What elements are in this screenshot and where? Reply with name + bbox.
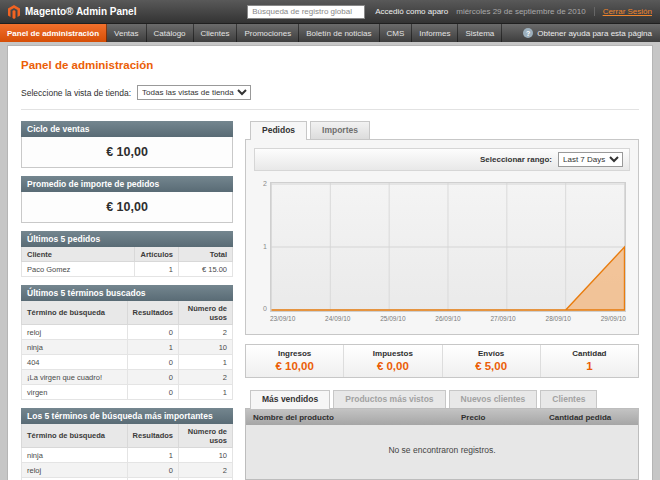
- content-wrap: Panel de administración Seleccione la vi…: [0, 42, 660, 480]
- products-grid: Nombre del producto Precio Cantidad pedi…: [245, 408, 639, 480]
- column-header: Nombre del producto: [246, 409, 454, 425]
- table-row[interactable]: reloj 0 2: [22, 463, 233, 478]
- table-row[interactable]: ninja 1 10: [22, 340, 233, 355]
- tab-nuevos-clientes[interactable]: Nuevos clientes: [449, 390, 538, 408]
- nav-item-informes[interactable]: Informes: [412, 24, 458, 42]
- y-tick: 0: [256, 305, 267, 312]
- logout-link[interactable]: Cerrar Sesión: [594, 7, 652, 16]
- column-header: Resultados: [127, 424, 178, 448]
- chart-plot: [270, 182, 626, 312]
- logged-in-as: Accedió como aparo: [375, 7, 448, 16]
- top-search-table: Término de búsqueda Resultados Número de…: [21, 424, 233, 480]
- last-search-table: Término de búsqueda Resultados Número de…: [21, 301, 233, 400]
- x-tick: 29/09/10: [601, 315, 626, 322]
- logo-text: Magento® Admin Panel: [25, 6, 136, 17]
- dashboard-sidebar: Ciclo de ventas € 10,00 Promedio de impo…: [21, 121, 233, 480]
- nav-item-dashboard[interactable]: Panel de administración: [0, 24, 107, 42]
- current-date: miércoles 29 de septiembre de 2010: [456, 7, 585, 16]
- range-label: Seleccionar rango:: [480, 155, 552, 164]
- lifetime-sales-box: Ciclo de ventas € 10,00: [21, 121, 233, 168]
- dashboard-columns: Ciclo de ventas € 10,00 Promedio de impo…: [21, 121, 639, 480]
- tab-productos-mas-vistos[interactable]: Productos más vistos: [333, 390, 445, 408]
- dashboard-main: Pedidos Importes Seleccionar rango: Last…: [245, 121, 639, 480]
- tab-pedidos[interactable]: Pedidos: [250, 121, 307, 140]
- help-label: Obtener ayuda para esta página: [537, 29, 652, 38]
- total-ingresos: Ingresos € 10,00: [246, 345, 343, 377]
- orders-panel: Seleccionar rango: Last 7 Days 2 1 0: [245, 139, 639, 335]
- chart-x-axis: 23/09/10 24/09/10 25/09/10 26/09/10 27/0…: [270, 315, 626, 326]
- top-search-box: Los 5 términos de búsqueda más important…: [21, 408, 233, 480]
- table-row[interactable]: reloj 0 2: [22, 325, 233, 340]
- last-search-title: Últimos 5 términos buscados: [21, 285, 233, 301]
- total-cantidad: Cantidad 1: [540, 345, 638, 377]
- nav-item-ventas[interactable]: Ventas: [107, 24, 146, 42]
- top-bar-right: Accedió como aparo miércoles 29 de septi…: [375, 7, 652, 16]
- range-select[interactable]: Last 7 Days: [558, 152, 623, 167]
- magento-admin-window: Magento® Admin Panel Accedió como aparo …: [0, 0, 660, 480]
- x-tick: 27/09/10: [490, 315, 515, 322]
- last-orders-table: Cliente Artículos Total Paco Gomez 1 € 1…: [21, 247, 233, 277]
- nav-item-promociones[interactable]: Promociones: [237, 24, 299, 42]
- help-icon: ?: [523, 28, 533, 38]
- products-grid-header: Nombre del producto Precio Cantidad pedi…: [246, 409, 638, 425]
- magento-logo[interactable]: Magento® Admin Panel: [8, 5, 136, 19]
- page-title: Panel de administración: [21, 59, 639, 71]
- grid-empty-message: No se encontraron registros.: [246, 425, 638, 479]
- store-switcher-label: Seleccione la vista de tienda:: [21, 88, 131, 98]
- table-row[interactable]: virgen 0 1: [22, 385, 233, 400]
- average-orders-box: Promedio de importe de pedidos € 10,00: [21, 176, 233, 223]
- top-search-title: Los 5 términos de búsqueda más important…: [21, 408, 233, 424]
- column-header: Artículos: [135, 247, 179, 262]
- column-header: Resultados: [127, 301, 178, 325]
- last-orders-title: Últimos 5 pedidos: [21, 231, 233, 247]
- column-header: Precio: [454, 409, 542, 425]
- store-view-select[interactable]: Todas las vistas de tienda: [137, 85, 251, 100]
- top-bar: Magento® Admin Panel Accedió como aparo …: [0, 0, 660, 24]
- y-tick: 2: [256, 180, 267, 187]
- global-search-input[interactable]: [247, 5, 365, 19]
- column-header: Término de búsqueda: [22, 424, 128, 448]
- nav-item-cms[interactable]: CMS: [380, 24, 413, 42]
- tab-mas-vendidos[interactable]: Más vendidos: [250, 390, 330, 409]
- average-orders-title: Promedio de importe de pedidos: [21, 176, 233, 192]
- column-header: Cliente: [22, 247, 135, 262]
- table-row[interactable]: ninja 1 10: [22, 448, 233, 463]
- last-search-box: Últimos 5 términos buscados Término de b…: [21, 285, 233, 400]
- magento-logo-icon: [8, 5, 20, 19]
- lifetime-sales-title: Ciclo de ventas: [21, 121, 233, 137]
- grid-tabs: Más vendidos Productos más vistos Nuevos…: [245, 390, 639, 408]
- totals-bar: Ingresos € 10,00 Impuestos € 0,00 Envíos…: [245, 344, 639, 378]
- tab-importes[interactable]: Importes: [310, 121, 370, 139]
- average-orders-value: € 10,00: [21, 192, 233, 223]
- range-bar: Seleccionar rango: Last 7 Days: [254, 148, 630, 171]
- y-tick: 1: [256, 243, 267, 250]
- nav-item-clientes[interactable]: Clientes: [194, 24, 238, 42]
- x-tick: 23/09/10: [270, 315, 295, 322]
- tab-clientes[interactable]: Clientes: [540, 390, 597, 408]
- column-header: Total: [179, 247, 233, 262]
- x-tick: 24/09/10: [325, 315, 350, 322]
- store-switcher: Seleccione la vista de tienda: Todas las…: [21, 85, 639, 110]
- content-card: Panel de administración Seleccione la vi…: [7, 45, 653, 480]
- orders-chart: 2 1 0 23/09/10 24/09/10 25/09/10: [254, 180, 630, 326]
- column-header: Número de usos: [179, 424, 233, 448]
- nav-item-sistema[interactable]: Sistema: [458, 24, 502, 42]
- table-row[interactable]: Paco Gomez 1 € 15.00: [22, 262, 233, 277]
- table-row[interactable]: 404 0 1: [22, 355, 233, 370]
- nav-item-catalogo[interactable]: Catálogo: [147, 24, 194, 42]
- x-tick: 26/09/10: [435, 315, 460, 322]
- lifetime-sales-value: € 10,00: [21, 137, 233, 168]
- page-help-link[interactable]: ? Obtener ayuda para esta página: [515, 24, 660, 42]
- x-tick: 28/09/10: [546, 315, 571, 322]
- total-impuestos: Impuestos € 0,00: [343, 345, 441, 377]
- diagram-tabs: Pedidos Importes: [245, 121, 639, 139]
- main-nav: Panel de administración Ventas Catálogo …: [0, 24, 660, 42]
- table-row[interactable]: ¡La virgen que cuadro! 0 2: [22, 370, 233, 385]
- column-header: Número de usos: [179, 301, 233, 325]
- column-header: Término de búsqueda: [22, 301, 128, 325]
- x-tick: 25/09/10: [380, 315, 405, 322]
- chart-y-axis: 2 1 0: [256, 180, 267, 312]
- total-envios: Envíos € 5,00: [442, 345, 540, 377]
- nav-item-boletin[interactable]: Boletín de noticias: [299, 24, 379, 42]
- last-orders-box: Últimos 5 pedidos Cliente Artículos Tota…: [21, 231, 233, 277]
